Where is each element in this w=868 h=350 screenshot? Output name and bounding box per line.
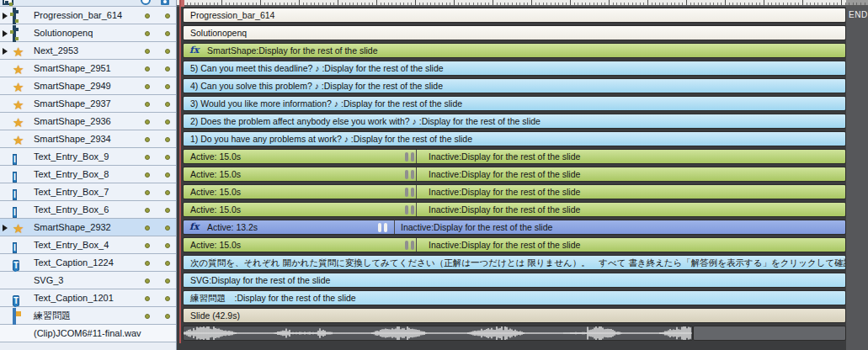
lock-dot[interactable]	[165, 314, 170, 319]
pause-marker-icon[interactable]	[405, 152, 416, 162]
playhead[interactable]	[179, 0, 181, 343]
layer-row-11[interactable]: IText_Entry_Box_6	[0, 201, 176, 219]
lock-dot[interactable]	[165, 243, 170, 248]
visibility-dot[interactable]	[145, 208, 150, 213]
lock-icon[interactable]	[161, 0, 169, 5]
lock-dot[interactable]	[165, 172, 170, 178]
lock-dot[interactable]	[165, 225, 170, 231]
pause-marker-icon[interactable]	[405, 188, 416, 197]
lock-dot[interactable]	[165, 49, 170, 54]
timeline-bar-16[interactable]: 練習問題 :Display for the rest of the slide	[183, 290, 846, 305]
inactive-label: Inactive:Display for the rest of the sli…	[429, 167, 580, 181]
visibility-dot[interactable]	[145, 296, 150, 301]
layer-row-18[interactable]: (Clip)JCOM6#11-final.wav	[0, 325, 176, 342]
timeline-bar-10[interactable]: Active: 15.0sInactive:Display for the re…	[183, 184, 846, 199]
visibility-dot[interactable]	[145, 66, 150, 72]
timeline-bar-4[interactable]: 4) Can you solve this problem? ♪ :Displa…	[183, 78, 846, 93]
visibility-dot[interactable]	[145, 31, 150, 36]
playhead-handle[interactable]	[181, 0, 184, 7]
layer-row-8[interactable]: IText_Entry_Box_9	[0, 148, 176, 166]
active-duration-label: Active: 15.0s	[190, 150, 241, 163]
visibility-dot[interactable]	[145, 155, 150, 160]
visibility-dot[interactable]	[145, 102, 150, 107]
inactive-label: Inactive:Display for the rest of the sli…	[429, 185, 580, 199]
layer-row-4[interactable]: ★SmartShape_2949	[0, 77, 176, 95]
layer-row-7[interactable]: ★SmartShape_2934	[0, 130, 176, 148]
timeline-bar-2[interactable]: fxSmartShape:Display for the rest of the…	[183, 43, 846, 58]
lock-dot[interactable]	[165, 190, 170, 195]
pause-marker-icon[interactable]	[405, 205, 416, 215]
lock-dot[interactable]	[165, 296, 170, 301]
layer-row-10[interactable]: IText_Entry_Box_7	[0, 183, 176, 201]
timeline-bar-1[interactable]: Solutionopenq	[183, 25, 846, 40]
timeline-bar-9[interactable]: Active: 15.0sInactive:Display for the re…	[183, 167, 846, 182]
layer-row-14[interactable]: TText_Caption_1224	[0, 254, 176, 272]
group-icon-sq	[15, 10, 19, 13]
visibility-dot[interactable]	[145, 243, 150, 248]
layer-row-13[interactable]: IText_Entry_Box_4	[0, 236, 176, 254]
layer-row-12[interactable]: ★SmartShape_2932	[0, 219, 176, 236]
layer-row-0[interactable]: Progression_bar_614	[0, 7, 176, 24]
pause-bar	[405, 205, 408, 215]
lock-dot[interactable]	[165, 137, 170, 142]
lock-dot[interactable]	[165, 278, 170, 284]
visibility-dot[interactable]	[145, 84, 150, 89]
visibility-dot[interactable]	[145, 190, 150, 195]
lock-dot[interactable]	[165, 13, 170, 19]
lock-dot[interactable]	[165, 155, 170, 160]
timeline-bar-5[interactable]: 3) Would you like more information? ♪ :D…	[183, 96, 846, 111]
eye-icon[interactable]	[141, 0, 151, 5]
caption-icon: T	[13, 257, 26, 269]
lock-dot[interactable]	[165, 261, 170, 266]
visibility-dot[interactable]	[145, 119, 150, 125]
visibility-dot[interactable]	[145, 172, 150, 178]
audio-track-tail[interactable]	[693, 326, 846, 341]
expand-arrow-icon[interactable]	[3, 30, 8, 37]
layer-row-1[interactable]: Solutionopenq	[0, 24, 176, 42]
visibility-dot[interactable]	[145, 278, 150, 284]
bar-label: 1) Do you have any problems at work? ♪ :…	[190, 132, 472, 146]
timeline-bar-3[interactable]: 5) Can you meet this deadline? ♪ :Displa…	[183, 61, 846, 76]
lock-dot[interactable]	[165, 31, 170, 36]
layer-name: SmartShape_2932	[34, 219, 111, 236]
visibility-dot[interactable]	[145, 261, 150, 266]
timeline-bar-0[interactable]: Progression_bar_614	[183, 8, 846, 23]
lock-dot[interactable]	[165, 208, 170, 213]
layer-row-17[interactable]: 練習問題	[0, 307, 176, 325]
audio-waveform-bar[interactable]	[183, 326, 693, 341]
pause-marker-icon[interactable]	[378, 223, 389, 232]
expand-arrow-icon[interactable]	[3, 225, 8, 231]
timeline-ruler[interactable]	[177, 0, 868, 7]
timeline-bar-14[interactable]: 次の質問を、それぞれ 開かれた質問に変換してみてください（正解は一つだけとは 限…	[183, 255, 846, 270]
timeline-bar-17[interactable]: Slide (42.9s)	[183, 308, 846, 323]
timeline-bar-11[interactable]: Active: 15.0sInactive:Display for the re…	[183, 202, 846, 217]
timeline-bar-15[interactable]: SVG:Display for the rest of the slide	[183, 273, 846, 288]
layer-row-15[interactable]: SVG_3	[0, 272, 176, 289]
layer-row-9[interactable]: IText_Entry_Box_8	[0, 166, 176, 183]
timeline-bar-12[interactable]: fxActive: 13.2sInactive:Display for the …	[183, 220, 846, 235]
layer-row-2[interactable]: ★Next_2953	[0, 42, 176, 60]
visibility-dot[interactable]	[145, 13, 150, 19]
visibility-dot[interactable]	[145, 314, 150, 319]
pause-marker-icon[interactable]	[405, 241, 416, 250]
layer-row-16[interactable]: TText_Caption_1201	[0, 289, 176, 307]
visibility-dot[interactable]	[145, 137, 150, 142]
timeline-bar-8[interactable]: Active: 15.0sInactive:Display for the re…	[183, 149, 846, 164]
lock-dot[interactable]	[165, 102, 170, 107]
visibility-dot[interactable]	[145, 49, 150, 54]
expand-arrow-icon[interactable]	[3, 48, 8, 55]
layer-row-6[interactable]: ★SmartShape_2936	[0, 113, 176, 130]
timeline-bar-13[interactable]: Active: 15.0sInactive:Display for the re…	[183, 237, 846, 252]
layer-name: Progression_bar_614	[34, 7, 122, 24]
lock-dot[interactable]	[165, 66, 170, 72]
pause-marker-icon[interactable]	[405, 170, 416, 179]
timeline-bar-7[interactable]: 1) Do you have any problems at work? ♪ :…	[183, 131, 846, 146]
visibility-dot[interactable]	[145, 225, 150, 231]
expand-arrow-icon[interactable]	[3, 13, 8, 19]
layer-row-3[interactable]: ★SmartShape_2951	[0, 60, 176, 77]
lock-dot[interactable]	[165, 84, 170, 89]
lock-dot[interactable]	[165, 119, 170, 125]
timeline-bar-6[interactable]: 2) Does the problem affect anybody else …	[183, 114, 846, 129]
track-row-16: 練習問題 :Display for the rest of the slide	[177, 289, 846, 307]
layer-row-5[interactable]: ★SmartShape_2937	[0, 95, 176, 113]
